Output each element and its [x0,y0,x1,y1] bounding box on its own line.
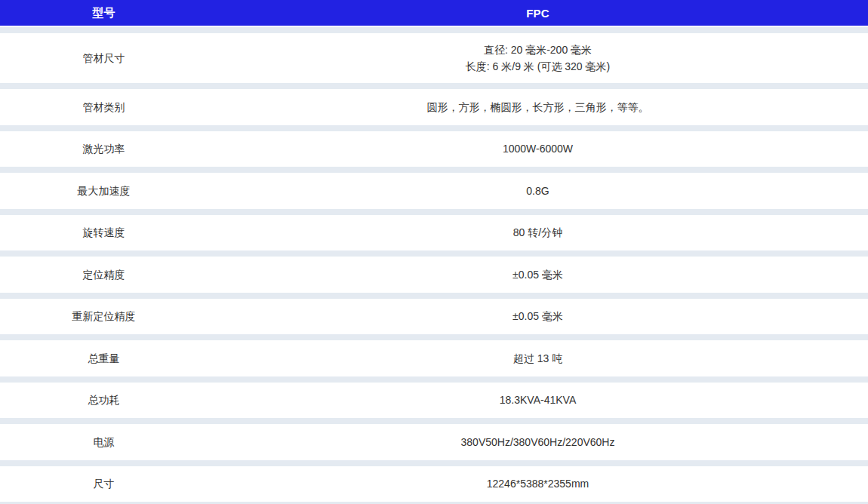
spec-value-line: 超过 13 吨 [513,350,562,367]
row-separator [0,209,868,215]
table-row-dimensions: 尺寸 12246*5388*2355mm [0,466,868,502]
spec-value-line: 380V50Hz/380V60Hz/220V60Hz [461,434,615,450]
spec-value: 圆形，方形，椭圆形，长方形，三角形，等等。 [208,89,868,125]
spec-value-line: 18.3KVA-41KVA [500,392,576,408]
table-row-pipe-size: 管材尺寸 直径: 20 毫米-200 毫米 长度: 6 米/9 米 (可选 32… [0,33,868,83]
spec-label: 定位精度 [0,257,208,293]
spec-value: 超过 13 吨 [208,340,868,376]
row-separator [0,293,868,299]
header-model-value: FPC [208,0,868,26]
spec-value-line: 80 转/分钟 [513,224,562,241]
table-row-total-weight: 总重量 超过 13 吨 [0,340,868,376]
spec-label: 总功耗 [0,383,208,419]
row-separator [0,418,868,424]
spec-value: 18.3KVA-41KVA [208,383,868,419]
row-separator [0,376,868,383]
spec-label: 旋转速度 [0,215,208,251]
table-row-power-supply: 电源 380V50Hz/380V60Hz/220V60Hz [0,424,868,460]
spec-label: 管材类别 [0,89,208,125]
spec-label: 尺寸 [0,466,208,502]
row-separator [0,83,868,89]
spec-value-line: 长度: 6 米/9 米 (可选 320 毫米) [466,58,610,75]
spec-value: 380V50Hz/380V60Hz/220V60Hz [208,424,868,460]
table-row-max-acceleration: 最大加速度 0.8G [0,173,868,209]
spec-label: 管材尺寸 [0,33,208,83]
spec-value: 1000W-6000W [208,131,868,167]
header-model-label: 型号 [0,0,208,26]
spec-label: 电源 [0,424,208,460]
spec-label: 重新定位精度 [0,299,208,335]
spec-value: ±0.05 毫米 [208,299,868,335]
table-row-total-power-consumption: 总功耗 18.3KVA-41KVA [0,383,868,419]
spec-value-line: 12246*5388*2355mm [487,475,589,492]
spec-value-line: 0.8G [526,183,549,199]
spec-value: 直径: 20 毫米-200 毫米 长度: 6 米/9 米 (可选 320 毫米) [208,33,868,83]
spec-value-line: 直径: 20 毫米-200 毫米 [484,41,592,58]
table-row-positioning-accuracy: 定位精度 ±0.05 毫米 [0,257,868,293]
row-separator [0,125,868,131]
spec-label: 最大加速度 [0,173,208,209]
spec-value: 0.8G [208,173,868,209]
spec-value-line: ±0.05 毫米 [512,308,563,324]
table-row-laser-power: 激光功率 1000W-6000W [0,131,868,167]
row-separator [0,167,868,173]
row-separator [0,250,868,257]
table-row-repositioning-accuracy: 重新定位精度 ±0.05 毫米 [0,299,868,335]
table-header-row: 型号 FPC [0,0,868,26]
spec-value-line: ±0.05 毫米 [512,266,563,283]
row-separator [0,334,868,340]
table-row-rotation-speed: 旋转速度 80 转/分钟 [0,215,868,251]
spec-label: 总重量 [0,340,208,376]
spec-value: 12246*5388*2355mm [208,466,868,502]
spec-value-line: 1000W-6000W [503,140,573,157]
spec-value-line: 圆形，方形，椭圆形，长方形，三角形，等等。 [427,99,649,115]
row-separator [0,460,868,466]
spec-table: 型号 FPC 管材尺寸 直径: 20 毫米-200 毫米 长度: 6 米/9 米… [0,0,868,504]
spec-value: ±0.05 毫米 [208,257,868,293]
row-separator [0,27,868,33]
spec-value: 80 转/分钟 [208,215,868,251]
spec-label: 激光功率 [0,131,208,167]
table-row-pipe-type: 管材类别 圆形，方形，椭圆形，长方形，三角形，等等。 [0,89,868,125]
